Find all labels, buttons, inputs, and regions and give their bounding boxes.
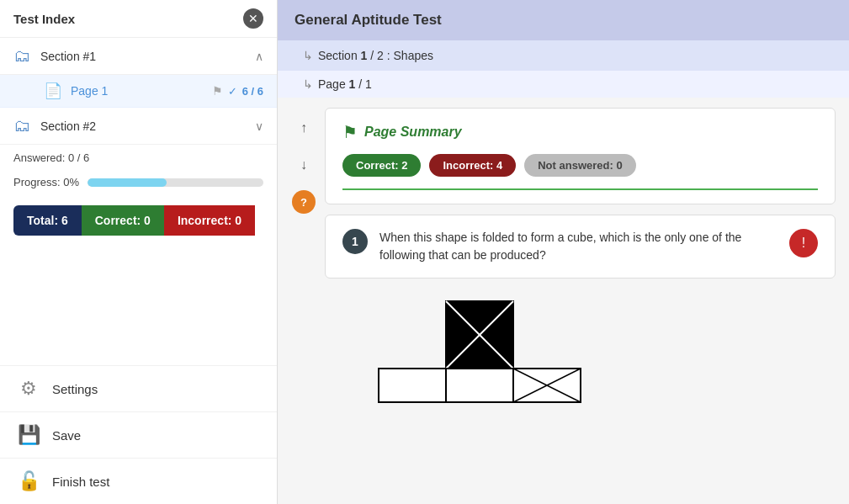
help-button[interactable]: ? <box>292 190 316 214</box>
main-panel: General Aptitude Test ↳ Section 1 / 2 : … <box>278 0 849 504</box>
question-text: When this shape is folded to form a cube… <box>379 229 777 264</box>
shape-diagram <box>362 297 836 406</box>
main-header: General Aptitude Test <box>278 0 849 40</box>
shape-svg <box>362 297 665 406</box>
nav-up-button[interactable]: ↑ <box>292 116 316 140</box>
sidebar-header: Test Index ✕ <box>0 0 277 38</box>
settings-action[interactable]: ⚙ Settings <box>0 365 277 411</box>
sidebar: Test Index ✕ 🗂 Section #1 ∧ 📄 Page 1 ⚑ ✓… <box>0 0 278 504</box>
folder2-icon: 🗂 <box>13 116 30 135</box>
check-icon: ✓ <box>228 85 237 98</box>
not-answered-badge: Not answered: 0 <box>524 154 635 177</box>
summary-title: Page Summary <box>364 125 462 140</box>
page1-score: 6 / 6 <box>242 85 263 98</box>
finish-icon: 🔓 <box>17 470 40 492</box>
summary-divider <box>342 188 818 190</box>
progress-row: Progress: 0% <box>0 171 277 197</box>
nav-down-button[interactable]: ↓ <box>292 153 316 177</box>
section1-label: Section #1 <box>40 50 255 63</box>
sidebar-title: Test Index <box>13 12 75 26</box>
score-incorrect: Incorrect: 0 <box>164 205 255 236</box>
save-label: Save <box>52 428 81 443</box>
main-content: ⚑ Page Summary Correct: 2 Incorrect: 4 N… <box>325 108 836 494</box>
page-breadcrumb-text: Page 1 / 1 <box>318 77 372 91</box>
section-breadcrumb-text: Section 1 / 2 : Shapes <box>318 49 433 62</box>
breadcrumb-arrow2: ↳ <box>303 77 313 91</box>
sidebar-item-section2[interactable]: 🗂 Section #2 ∨ <box>0 108 277 145</box>
exclamation-icon: ! <box>802 236 805 251</box>
summary-badges: Correct: 2 Incorrect: 4 Not answered: 0 <box>342 154 818 177</box>
finish-label: Finish test <box>52 475 109 489</box>
nav-col: ↑ ↓ ? <box>291 108 316 494</box>
summary-flag-icon: ⚑ <box>342 122 358 142</box>
settings-icon: ⚙ <box>17 378 40 400</box>
finish-action[interactable]: 🔓 Finish test <box>0 458 277 504</box>
breadcrumb-arrow1: ↳ <box>303 49 313 62</box>
flag-icon: ⚑ <box>212 84 223 98</box>
page-icon: 📄 <box>44 82 62 100</box>
question-number: 1 <box>342 229 368 254</box>
sidebar-actions: ⚙ Settings 💾 Save 🔓 Finish test <box>0 365 277 504</box>
summary-title-row: ⚑ Page Summary <box>342 122 818 142</box>
svg-rect-5 <box>379 369 446 402</box>
score-correct: Correct: 0 <box>82 205 164 236</box>
section2-label: Section #2 <box>40 119 255 133</box>
header-title: General Aptitude Test <box>294 12 442 28</box>
score-summary: Total: 6 Correct: 0 Incorrect: 0 <box>13 205 263 236</box>
save-icon: 💾 <box>17 424 40 446</box>
chevron-up-icon: ∧ <box>255 50 263 63</box>
save-action[interactable]: 💾 Save <box>0 411 277 458</box>
question-status-button[interactable]: ! <box>789 229 818 257</box>
svg-rect-6 <box>446 369 513 402</box>
page1-label: Page 1 <box>71 84 212 98</box>
progress-bar-container <box>88 178 263 187</box>
correct-badge: Correct: 2 <box>342 154 421 177</box>
sidebar-item-section1[interactable]: 🗂 Section #1 ∧ <box>0 38 277 75</box>
content-area: ↑ ↓ ? ⚑ Page Summary Correct: 2 Incorrec… <box>278 98 849 504</box>
score-total: Total: 6 <box>13 205 82 236</box>
section-breadcrumb: ↳ Section 1 / 2 : Shapes <box>278 40 849 71</box>
settings-label: Settings <box>52 382 98 396</box>
page1-badges: ⚑ ✓ 6 / 6 <box>212 84 263 98</box>
page-breadcrumb: ↳ Page 1 / 1 <box>278 71 849 98</box>
folder-icon: 🗂 <box>13 46 30 66</box>
answered-stat: Answered: 0 / 6 <box>0 145 277 171</box>
incorrect-badge: Incorrect: 4 <box>429 154 516 177</box>
chevron-down-icon: ∨ <box>255 119 263 133</box>
page-summary-card: ⚑ Page Summary Correct: 2 Incorrect: 4 N… <box>325 108 836 204</box>
question-card: 1 When this shape is folded to form a cu… <box>325 215 836 279</box>
close-button[interactable]: ✕ <box>243 8 263 29</box>
progress-bar-fill <box>88 178 167 187</box>
sidebar-page1[interactable]: 📄 Page 1 ⚑ ✓ 6 / 6 <box>0 75 277 108</box>
